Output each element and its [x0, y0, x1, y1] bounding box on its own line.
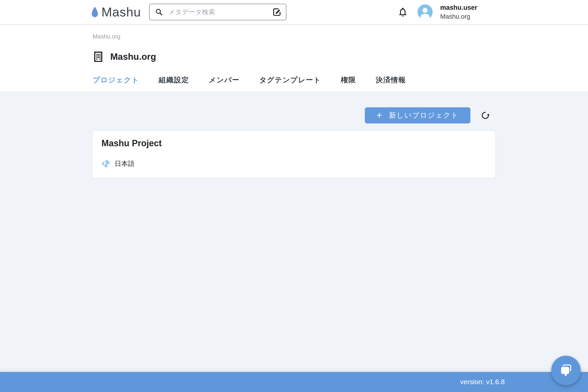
- edit-note-icon[interactable]: [272, 7, 282, 17]
- project-card[interactable]: Mashu Project 日本語: [92, 131, 496, 178]
- water-drop-icon: [91, 6, 99, 18]
- user-avatar[interactable]: [418, 4, 433, 20]
- tab-org-settings[interactable]: 組織設定: [159, 75, 189, 85]
- new-project-button-label: 新しいプロジェクト: [389, 110, 459, 120]
- user-organization: Mashu.org: [440, 13, 477, 20]
- search-icon: [154, 8, 164, 16]
- breadcrumb[interactable]: Mashu.org: [92, 33, 496, 40]
- tab-members[interactable]: メンバー: [209, 75, 240, 85]
- page-head: Mashu.org Mashu.org プロジェクト 組織設定 メンバー タグテ…: [0, 25, 588, 91]
- version-text: version: v1.6.8: [460, 378, 505, 386]
- chat-bubbles-icon: [558, 362, 574, 378]
- tab-projects[interactable]: プロジェクト: [92, 75, 139, 85]
- plus-icon: +: [376, 110, 382, 120]
- tab-billing[interactable]: 決済情報: [376, 75, 406, 85]
- actions-row: + 新しいプロジェクト: [92, 107, 496, 124]
- globe-icon: [102, 159, 110, 168]
- user-menu[interactable]: mashu.user Mashu.org: [440, 4, 477, 20]
- footer-bar: version: v1.6.8: [0, 372, 588, 392]
- user-name: mashu.user: [440, 4, 477, 12]
- chat-fab-button[interactable]: [551, 356, 581, 385]
- tab-bar: プロジェクト 組織設定 メンバー タグテンプレート 権限 決済情報: [92, 75, 496, 85]
- project-title: Mashu Project: [102, 138, 486, 148]
- app-logo[interactable]: Mashu: [91, 6, 141, 18]
- building-icon: [92, 51, 104, 63]
- top-bar: Mashu mashu: [0, 0, 588, 24]
- main-content: + 新しいプロジェクト Mashu Project: [0, 91, 588, 372]
- tab-tag-templates[interactable]: タグテンプレート: [259, 75, 321, 85]
- tab-permissions[interactable]: 権限: [341, 75, 356, 85]
- page-title: Mashu.org: [110, 52, 156, 62]
- top-right-group: mashu.user Mashu.org: [398, 4, 477, 20]
- refresh-icon[interactable]: [481, 111, 490, 120]
- search-input[interactable]: [168, 8, 272, 16]
- logo-text: Mashu: [102, 6, 141, 18]
- project-language-row: 日本語: [102, 159, 486, 168]
- title-row: Mashu.org: [92, 51, 496, 63]
- metadata-search-box[interactable]: [149, 4, 286, 20]
- new-project-button[interactable]: + 新しいプロジェクト: [365, 107, 470, 124]
- project-language: 日本語: [115, 159, 134, 168]
- notifications-bell-icon[interactable]: [398, 6, 408, 18]
